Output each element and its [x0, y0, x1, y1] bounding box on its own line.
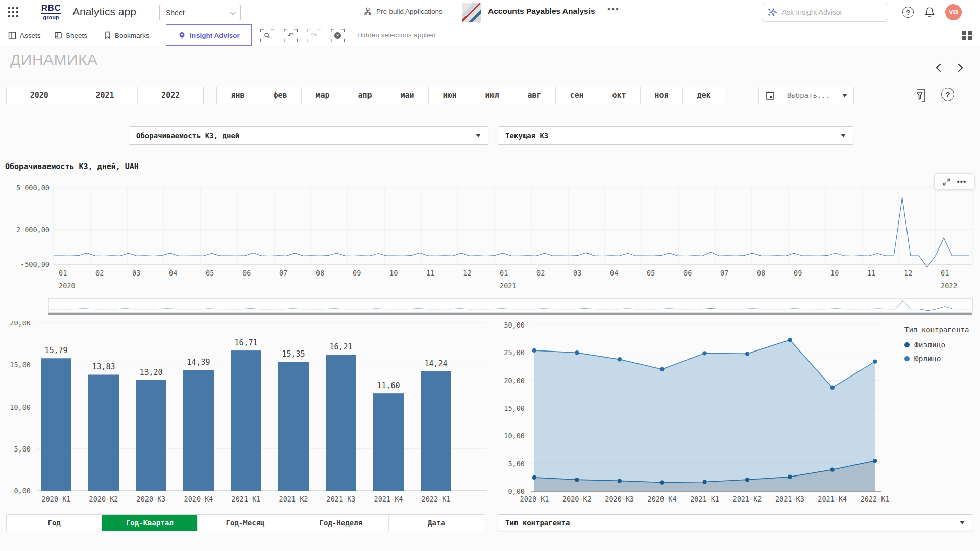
month-filter-апр[interactable]: апр — [344, 87, 386, 104]
prebuild-applications-link[interactable]: Pre-build Applications — [363, 7, 443, 16]
prebuild-label: Pre-build Applications — [376, 8, 443, 15]
svg-text:15,00: 15,00 — [504, 404, 525, 412]
next-sheet-icon[interactable] — [954, 64, 963, 72]
month-filter-фев[interactable]: фев — [259, 87, 301, 104]
svg-text:08: 08 — [316, 269, 324, 277]
month-filter-сен[interactable]: сен — [555, 87, 598, 104]
chevron-down-icon — [230, 9, 236, 14]
help-icon[interactable]: ? — [902, 7, 914, 18]
svg-text:13,83: 13,83 — [92, 362, 115, 371]
legend-title: Тип контрагента — [904, 325, 979, 334]
bar-chart[interactable]: 20,0015,0010,005,000,0015,792020-К113,83… — [0, 321, 493, 515]
svg-text:14,24: 14,24 — [424, 359, 447, 368]
date-picker[interactable]: Выбрать... — [758, 87, 854, 104]
svg-text:20,00: 20,00 — [504, 377, 525, 385]
svg-text:10,00: 10,00 — [10, 403, 31, 411]
selections-tool-icon[interactable] — [915, 89, 927, 104]
sheet-help-icon[interactable]: ? — [941, 88, 954, 101]
month-filter-май[interactable]: май — [386, 87, 428, 104]
svg-text:11: 11 — [426, 269, 434, 277]
chart-menu-icon[interactable]: ••• — [957, 179, 967, 184]
avatar[interactable]: VB — [945, 4, 962, 20]
dimension-switcher-group: ГодГод-КварталГод-МесяцГод-НеделяДата — [6, 514, 484, 531]
svg-text:-500,00: -500,00 — [20, 260, 50, 268]
assets-button[interactable]: Assets — [8, 24, 41, 46]
month-filter-янв[interactable]: янв — [217, 87, 259, 104]
insight-advisor-button[interactable]: Insight Advisor — [166, 24, 252, 46]
month-filter-авг[interactable]: авг — [513, 87, 555, 104]
svg-text:2022: 2022 — [941, 282, 958, 290]
month-filter-июн[interactable]: июн — [428, 87, 471, 104]
svg-text:2021-К4: 2021-К4 — [818, 495, 847, 503]
date-picker-value: Выбрать... — [775, 91, 842, 99]
svg-text:5 000,00: 5 000,00 — [16, 184, 50, 192]
year-filter-2022[interactable]: 2022 — [137, 87, 203, 104]
qlik-sense-app: RBC group Analytics app Sheet Pre-build … — [0, 0, 980, 551]
page-title: ДИНАМИКА — [10, 51, 98, 68]
month-filter-июл[interactable]: июл — [471, 87, 513, 104]
svg-text:04: 04 — [610, 269, 618, 277]
expand-chart-icon[interactable] — [943, 178, 950, 186]
previous-sheet-icon[interactable] — [936, 64, 945, 72]
header-divider — [895, 5, 895, 19]
svg-text:14,39: 14,39 — [187, 358, 210, 367]
month-filter-мар[interactable]: мар — [301, 87, 344, 104]
insight-advisor-search[interactable] — [762, 3, 888, 22]
secondary-dropdown-value: Текущая КЗ — [505, 132, 548, 140]
svg-text:2022-К1: 2022-К1 — [861, 495, 890, 503]
dimension-button-Год-Неделя[interactable]: Год-Неделя — [293, 515, 388, 531]
dimension-button-Год-Квартал[interactable]: Год-Квартал — [102, 515, 197, 531]
svg-text:2021-К1: 2021-К1 — [690, 495, 719, 503]
svg-text:2021-К3: 2021-К3 — [327, 495, 356, 503]
app-launcher-icon[interactable] — [8, 7, 19, 18]
year-filter-2020[interactable]: 2020 — [7, 87, 72, 104]
svg-text:11: 11 — [867, 269, 875, 277]
month-filter-дек[interactable]: дек — [682, 87, 725, 104]
sheets-icon — [54, 31, 62, 39]
svg-text:15,00: 15,00 — [10, 361, 31, 369]
sheets-button[interactable]: Sheets — [54, 24, 87, 46]
counterparty-type-dropdown[interactable]: Тип контрагента — [498, 514, 972, 531]
notifications-bell-icon[interactable] — [924, 6, 936, 20]
svg-text:01: 01 — [500, 269, 508, 277]
legend-dot — [904, 356, 910, 361]
legend-dot — [904, 342, 910, 347]
chevron-down-icon — [960, 521, 965, 524]
counterparty-type-value: Тип контрагента — [505, 519, 570, 527]
legend-item-Физлицо[interactable]: Физлицо — [904, 341, 979, 349]
app-thumbnail[interactable] — [462, 3, 481, 22]
bookmarks-button[interactable]: Bookmarks — [104, 24, 150, 46]
svg-text:2020-К3: 2020-К3 — [605, 495, 634, 503]
svg-text:2021-К4: 2021-К4 — [374, 495, 403, 503]
svg-text:2020-К2: 2020-К2 — [562, 495, 592, 503]
app-more-menu-icon[interactable]: ••• — [607, 4, 620, 14]
svg-text:20,00: 20,00 — [10, 321, 31, 327]
measure-dropdown[interactable]: Оборачиваемость КЗ, дней — [129, 126, 488, 145]
insight-advisor-icon — [178, 31, 186, 40]
sheet-selector-dropdown[interactable]: Sheet — [159, 4, 241, 21]
svg-text:5,00: 5,00 — [14, 445, 31, 453]
svg-text:2021-К3: 2021-К3 — [775, 495, 804, 503]
governed-apps-icon — [363, 7, 372, 16]
line-chart[interactable]: 5 000,002 000,00-500,0001020304050607080… — [0, 173, 980, 319]
sparkle-icon — [767, 7, 777, 17]
undo-selection-icon[interactable]: ↶ — [284, 29, 298, 42]
svg-text:2020-К1: 2020-К1 — [42, 495, 71, 503]
sheet-layout-icon[interactable] — [962, 30, 972, 43]
month-filter-окт[interactable]: окт — [598, 87, 640, 104]
year-filter-2021[interactable]: 2021 — [72, 87, 138, 104]
dimension-button-Год-Месяц[interactable]: Год-Месяц — [197, 515, 292, 531]
clear-selections-icon[interactable]: ✕ — [331, 29, 345, 42]
dimension-button-Дата[interactable]: Дата — [388, 515, 484, 531]
svg-text:03: 03 — [573, 269, 581, 277]
legend-item-Юрлицо[interactable]: Юрлицо — [904, 355, 979, 363]
month-filter-ноя[interactable]: ноя — [640, 87, 682, 104]
selections-search-icon[interactable] — [260, 29, 274, 42]
svg-text:16,71: 16,71 — [234, 338, 257, 347]
search-input[interactable] — [782, 8, 883, 16]
dimension-button-Год[interactable]: Год — [7, 515, 102, 531]
svg-text:07: 07 — [720, 269, 728, 277]
secondary-dropdown[interactable]: Текущая КЗ — [498, 126, 853, 145]
svg-text:16,21: 16,21 — [329, 342, 352, 352]
logo-text: RBC — [41, 4, 61, 14]
